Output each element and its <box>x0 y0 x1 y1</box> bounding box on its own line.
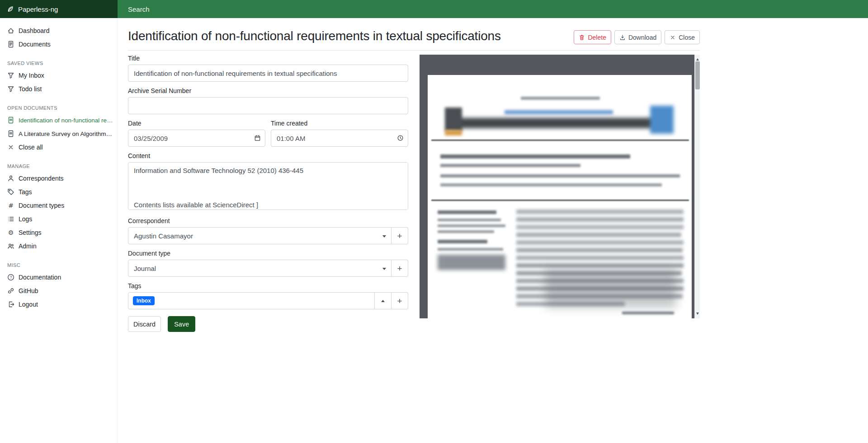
trash-icon <box>579 34 585 41</box>
header-divider <box>128 50 700 51</box>
correspondent-select[interactable]: Agustin Casamayor <box>128 227 392 244</box>
sidebar-section-misc: Misc <box>0 262 117 268</box>
time-created-field[interactable] <box>271 130 408 147</box>
pdf-blur-shape <box>545 269 676 308</box>
paperless-leaf-icon <box>7 5 14 13</box>
scroll-down-icon[interactable] <box>696 312 699 316</box>
tags-dropdown-toggle-button[interactable] <box>375 292 392 309</box>
pdf-blur-shape <box>516 240 684 245</box>
save-button[interactable]: Save <box>168 316 195 332</box>
sidebar-item-close-all[interactable]: Close all <box>0 140 117 154</box>
logout-icon <box>7 301 14 308</box>
sidebar-item-admin[interactable]: Admin <box>0 239 117 253</box>
sidebar-item-label: A Literature Survey on Algorithms for Mu… <box>19 131 113 137</box>
content-field[interactable]: Information and Software Technology 52 (… <box>128 162 408 210</box>
pdf-blur-shape <box>438 255 505 270</box>
download-button-label: Download <box>628 34 656 41</box>
pdf-blur-shape <box>516 217 684 222</box>
sidebar-item-label: Correspondents <box>19 175 64 182</box>
download-button[interactable]: Download <box>614 30 661 44</box>
pdf-blur-shape <box>438 248 503 251</box>
tag-badge-inbox[interactable]: Inbox <box>133 296 155 305</box>
file-icon <box>7 130 14 137</box>
sidebar-item-label: Documentation <box>19 274 61 281</box>
pdf-blur-shape <box>521 97 600 100</box>
discard-button[interactable]: Discard <box>128 316 161 332</box>
preview-scrollbar[interactable] <box>694 55 700 318</box>
pdf-blur-shape <box>516 263 684 268</box>
delete-button[interactable]: Delete <box>574 30 611 44</box>
add-correspondent-button[interactable]: + <box>392 227 408 244</box>
sidebar-item-tags[interactable]: Tags <box>0 185 117 199</box>
pdf-blur-shape <box>650 106 674 134</box>
app-brand-name: Paperless-ng <box>18 5 58 13</box>
tags-field-label: Tags <box>128 282 408 289</box>
correspondent-field-label: Correspondent <box>128 217 408 224</box>
scroll-up-icon[interactable] <box>696 57 699 61</box>
close-icon <box>670 34 676 41</box>
title-field[interactable] <box>128 65 408 82</box>
sidebar-item-settings[interactable]: ⚙ Settings <box>0 226 117 239</box>
delete-button-label: Delete <box>588 34 606 41</box>
date-field-label: Date <box>128 120 265 127</box>
pdf-blur-shape <box>445 107 462 131</box>
sidebar-section-saved-views: Saved views <box>0 61 117 66</box>
page-title: Identification of non-functional require… <box>128 25 501 43</box>
sidebar-item-open-document-2[interactable]: A Literature Survey on Algorithms for Mu… <box>0 127 117 140</box>
file-icon <box>7 117 14 124</box>
sidebar-item-todo-list[interactable]: Todo list <box>0 82 117 96</box>
sidebar-item-label: Logs <box>19 215 32 223</box>
archive-serial-number-field[interactable] <box>128 97 408 114</box>
search-input[interactable] <box>118 0 868 18</box>
sidebar-item-open-document-1[interactable]: Identification of non-functional require… <box>0 113 117 127</box>
sidebar-item-documents[interactable]: Documents <box>0 37 117 51</box>
close-button-label: Close <box>679 34 695 41</box>
title-field-label: Title <box>128 55 408 62</box>
tags-input[interactable]: Inbox <box>128 292 375 309</box>
people-icon <box>7 242 14 250</box>
pdf-page <box>428 75 692 318</box>
sidebar-item-logs[interactable]: Logs <box>0 212 117 226</box>
sidebar-item-label: GitHub <box>19 287 38 294</box>
caret-up-icon <box>381 298 385 302</box>
sidebar-item-logout[interactable]: Logout <box>0 298 117 311</box>
pdf-blur-shape <box>456 118 657 128</box>
pdf-blur-shape <box>505 110 613 114</box>
content-field-label: Content <box>128 152 408 159</box>
calendar-icon[interactable] <box>254 135 261 141</box>
sidebar-item-github[interactable]: GitHub <box>0 284 117 298</box>
pdf-blur-shape <box>445 130 462 135</box>
pdf-blur-shape <box>516 210 684 214</box>
sidebar-item-label: Documents <box>19 41 51 48</box>
sidebar-item-my-inbox[interactable]: My Inbox <box>0 69 117 82</box>
sidebar-item-label: Logout <box>19 301 38 308</box>
add-document-type-button[interactable]: + <box>392 260 408 277</box>
date-field[interactable] <box>128 130 265 147</box>
link-icon <box>7 287 14 294</box>
asn-field-label: Archive Serial Number <box>128 87 408 94</box>
clock-icon[interactable] <box>397 135 404 141</box>
preview-scrollbar-thumb[interactable] <box>695 61 700 89</box>
sidebar-item-correspondents[interactable]: Correspondents <box>0 172 117 185</box>
sidebar-item-documentation[interactable]: ? Documentation <box>0 270 117 284</box>
pdf-blur-shape <box>440 183 662 187</box>
sidebar-item-dashboard[interactable]: Dashboard <box>0 24 117 37</box>
add-tag-button[interactable]: + <box>392 292 408 309</box>
close-button[interactable]: Close <box>665 30 700 44</box>
document-type-select[interactable]: Journal <box>128 260 392 277</box>
sidebar: Dashboard Documents Saved views My Inbox… <box>0 18 118 443</box>
pdf-blur-shape <box>516 248 683 252</box>
house-icon <box>7 27 14 34</box>
sidebar-item-label: Settings <box>19 229 42 236</box>
document-actions: Delete Download Close <box>574 30 700 44</box>
document-type-selected-value: Journal <box>134 265 156 272</box>
sidebar-item-label: Identification of non-functional require… <box>19 117 113 124</box>
app-brand[interactable]: Paperless-ng <box>0 0 118 18</box>
time-field-label: Time created <box>271 120 408 127</box>
pdf-blur-shape <box>438 230 494 233</box>
sidebar-item-label: Admin <box>19 242 37 250</box>
pdf-preview <box>420 55 700 318</box>
pdf-blur-shape <box>438 219 501 221</box>
sidebar-item-document-types[interactable]: # Document types <box>0 199 117 212</box>
sidebar-item-label: Dashboard <box>19 27 50 34</box>
